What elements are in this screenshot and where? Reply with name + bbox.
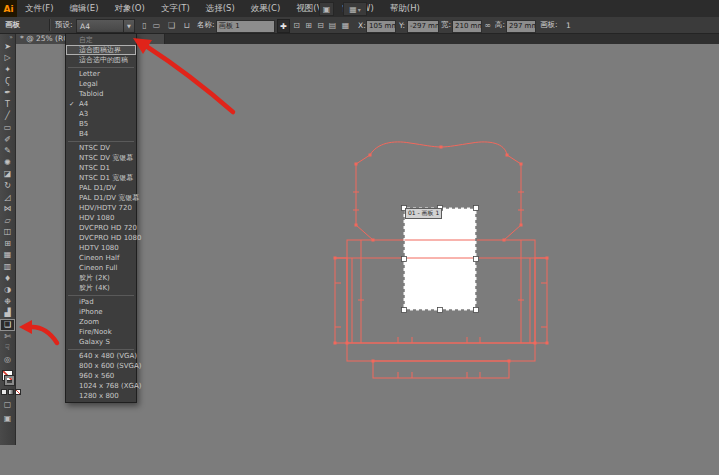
- eraser-tool[interactable]: ◪: [0, 169, 15, 181]
- menu-edit[interactable]: 编辑(E): [62, 0, 107, 17]
- preset-menu-item[interactable]: 胶片 (2K): [66, 273, 136, 283]
- preset-menu-item[interactable]: iPhone: [66, 307, 136, 317]
- preset-menu-item[interactable]: NTSC D1 宽银幕: [66, 173, 136, 183]
- preset-menu-item[interactable]: Cineon Full: [66, 263, 136, 273]
- column-graph-tool[interactable]: ▟: [0, 308, 15, 320]
- slice-tool[interactable]: ✄: [0, 331, 15, 343]
- menu-select[interactable]: 选择(S): [198, 0, 243, 17]
- illustrator-window: * @ 25% (RGB/: [0, 0, 719, 475]
- link-dimensions-icon[interactable]: ∞: [482, 19, 493, 31]
- paintbrush-tool[interactable]: ✐: [0, 134, 15, 146]
- type-tool[interactable]: T: [0, 99, 15, 111]
- menu-file[interactable]: 文件(F): [17, 0, 62, 17]
- preset-menu-item[interactable]: 适合选中的图稿: [66, 55, 136, 65]
- pen-tool[interactable]: ✒: [0, 87, 15, 99]
- workspace-switcher[interactable]: ▦ ▾: [343, 2, 367, 16]
- draw-mode-button[interactable]: ▢: [0, 399, 15, 410]
- y-input[interactable]: -297 mm: [407, 20, 439, 33]
- preset-menu-item-label: A4: [79, 100, 88, 108]
- shape-builder-tool[interactable]: ◫: [0, 227, 15, 239]
- preset-menu-item[interactable]: 960 x 560: [66, 371, 136, 381]
- arrange-documents-icon[interactable]: ▣: [319, 2, 334, 16]
- preset-menu-item[interactable]: 1280 x 800: [66, 391, 136, 401]
- direct-selection-tool[interactable]: ▷: [0, 53, 15, 65]
- blend-tool[interactable]: ◑: [0, 284, 15, 296]
- landscape-orientation-button[interactable]: ▭: [151, 19, 162, 31]
- eyedropper-tool[interactable]: ♦: [0, 273, 15, 285]
- gradient-tool[interactable]: ▥: [0, 261, 15, 273]
- preset-menu-item[interactable]: iPad: [66, 297, 136, 307]
- line-segment-tool[interactable]: ╱: [0, 111, 15, 123]
- perspective-grid-tool[interactable]: ⊞: [0, 238, 15, 250]
- portrait-orientation-button[interactable]: ▯: [139, 19, 150, 31]
- pencil-tool[interactable]: ✎: [0, 145, 15, 157]
- preset-menu-item[interactable]: 自定: [66, 35, 136, 45]
- preset-menu-item[interactable]: Cineon Half: [66, 253, 136, 263]
- preset-menu-item[interactable]: Zoom: [66, 317, 136, 327]
- gradient-button[interactable]: [8, 389, 14, 395]
- blob-brush-tool[interactable]: ✺: [0, 157, 15, 169]
- stroke-color-swatch[interactable]: [5, 376, 14, 385]
- rearrange-artboards-button[interactable]: ▦: [340, 19, 351, 31]
- preset-menu-item[interactable]: 1024 x 768 (XGA): [66, 381, 136, 391]
- rectangle-tool[interactable]: ▭: [0, 122, 15, 134]
- menu-object[interactable]: 对象(O): [107, 0, 153, 17]
- artboard-options-button[interactable]: ▤: [327, 19, 338, 31]
- width-input[interactable]: 210 mm: [452, 20, 482, 33]
- color-button[interactable]: [1, 389, 7, 395]
- rotate-tool[interactable]: ↻: [0, 180, 15, 192]
- show-video-safe-areas-button[interactable]: ⊟: [315, 19, 326, 31]
- none-button[interactable]: [15, 389, 21, 395]
- preset-menu-item[interactable]: ✓ A4: [66, 99, 136, 109]
- preset-menu-item[interactable]: HDV 1080: [66, 213, 136, 223]
- preset-menu-item[interactable]: Tabloid: [66, 89, 136, 99]
- selection-tool[interactable]: ➤: [0, 41, 15, 53]
- show-center-mark-button[interactable]: ⊡: [291, 19, 302, 31]
- preset-menu-item[interactable]: DVCPRO HD 720: [66, 223, 136, 233]
- delete-artboard-button[interactable]: ⊔: [181, 19, 192, 31]
- magic-wand-tool[interactable]: ✦: [0, 64, 15, 76]
- preset-menu-item[interactable]: HDTV 1080: [66, 243, 136, 253]
- preset-menu-item[interactable]: NTSC DV: [66, 143, 136, 153]
- artboard-name-input[interactable]: 画板 1: [216, 20, 275, 33]
- preset-menu-item[interactable]: Legal: [66, 79, 136, 89]
- mesh-tool[interactable]: ▦: [0, 250, 15, 262]
- show-cross-hairs-button[interactable]: ⊞: [303, 19, 314, 31]
- preset-menu-item[interactable]: 胶片 (4K): [66, 283, 136, 293]
- preset-menu-item[interactable]: PAL D1/DV 宽银幕: [66, 193, 136, 203]
- width-tool[interactable]: ⋈: [0, 203, 15, 215]
- preset-menu-item[interactable]: B5: [66, 119, 136, 129]
- preset-menu-item-label: HDV/HDTV 720: [79, 204, 132, 212]
- menu-help[interactable]: 帮助(H): [382, 0, 428, 17]
- new-artboard-button[interactable]: ❏: [166, 19, 177, 31]
- collapse-panel-button[interactable]: »: [0, 33, 15, 41]
- screen-mode-button[interactable]: ▣: [0, 413, 15, 424]
- preset-menu-item[interactable]: Galaxy S: [66, 337, 136, 347]
- symbol-sprayer-tool[interactable]: ❉: [0, 296, 15, 308]
- artboard-tool[interactable]: ❏: [0, 319, 15, 331]
- preset-menu-item[interactable]: NTSC DV 宽银幕: [66, 153, 136, 163]
- hand-tool[interactable]: ☟: [0, 342, 15, 354]
- scale-tool[interactable]: ◿: [0, 192, 15, 204]
- preset-menu-item[interactable]: HDV/HDTV 720: [66, 203, 136, 213]
- preset-menu-item[interactable]: 适合图稿边界: [66, 45, 136, 55]
- preset-menu-item[interactable]: Fire/Nook: [66, 327, 136, 337]
- preset-select[interactable]: A4 ▼: [76, 19, 135, 33]
- preset-menu-item[interactable]: 800 x 600 (SVGA): [66, 361, 136, 371]
- preset-menu-item[interactable]: A3: [66, 109, 136, 119]
- free-transform-tool[interactable]: ▱: [0, 215, 15, 227]
- preset-menu-item[interactable]: NTSC D1: [66, 163, 136, 173]
- menu-effect[interactable]: 效果(C): [243, 0, 289, 17]
- height-input[interactable]: 297 mm: [506, 20, 536, 33]
- lasso-tool[interactable]: Ϛ: [0, 76, 15, 88]
- preset-menu-item-label: 1024 x 768 (XGA): [79, 382, 141, 390]
- preset-menu-item[interactable]: 640 x 480 (VGA): [66, 351, 136, 361]
- preset-menu-item[interactable]: B4: [66, 129, 136, 139]
- menu-type[interactable]: 文字(T): [153, 0, 198, 17]
- zoom-tool[interactable]: ◎: [0, 354, 15, 366]
- move-copy-artwork-toggle[interactable]: ✚: [277, 19, 290, 33]
- preset-menu-item[interactable]: PAL D1/DV: [66, 183, 136, 193]
- preset-menu-item[interactable]: DVCPRO HD 1080: [66, 233, 136, 243]
- preset-menu-item[interactable]: Letter: [66, 69, 136, 79]
- x-input[interactable]: 105 mm: [366, 20, 396, 33]
